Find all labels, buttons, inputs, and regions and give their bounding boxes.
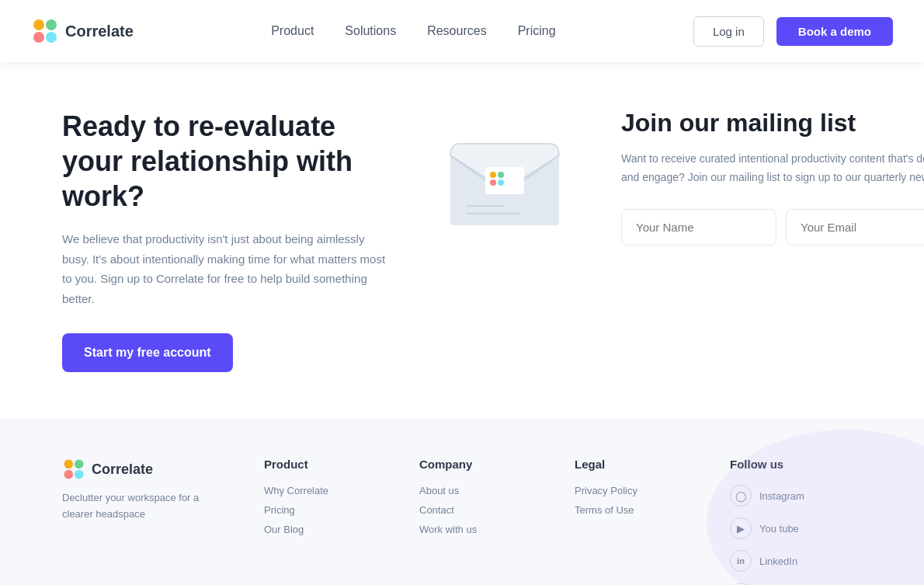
footer-col-company: Company About us Contact Work with us	[419, 458, 528, 585]
nav-item-solutions[interactable]: Solutions	[345, 24, 396, 38]
instagram-icon: ◯	[730, 485, 752, 507]
svg-point-1	[46, 19, 57, 30]
logo-text: Correlate	[65, 23, 134, 40]
svg-point-0	[33, 19, 44, 30]
svg-point-13	[75, 460, 84, 469]
footer-link-our-blog[interactable]: Our Blog	[264, 524, 373, 535]
footer-brand: Correlate Declutter your workspace for a…	[62, 458, 217, 585]
hero-section: Ready to re-evaluate your relationship w…	[62, 109, 388, 372]
footer-logo-icon	[62, 458, 85, 481]
svg-point-14	[64, 470, 74, 479]
demo-button[interactable]: Book a demo	[776, 17, 893, 46]
instagram-label: Instagram	[759, 490, 804, 502]
footer: Correlate Declutter your workspace for a…	[0, 419, 924, 585]
start-free-account-button[interactable]: Start my free account	[62, 333, 233, 372]
youtube-icon: ▶	[730, 517, 752, 539]
envelope-illustration	[419, 109, 590, 372]
svg-point-15	[75, 470, 84, 479]
nav-actions: Log in Book a demo	[693, 16, 893, 47]
svg-point-8	[490, 179, 496, 186]
youtube-label: You tube	[759, 523, 799, 535]
social-instagram[interactable]: ◯ Instagram	[730, 485, 839, 507]
login-button[interactable]: Log in	[693, 16, 764, 47]
social-youtube[interactable]: ▶ You tube	[730, 517, 839, 539]
mailing-title: Join our mailing list	[621, 109, 924, 138]
email-input[interactable]	[786, 209, 924, 245]
nav-item-resources[interactable]: Resources	[427, 24, 486, 38]
footer-company-title: Company	[419, 458, 528, 471]
linkedin-icon: in	[730, 550, 752, 572]
footer-top: Correlate Declutter your workspace for a…	[62, 458, 862, 585]
navbar: Correlate Product Solutions Resources Pr…	[0, 0, 924, 62]
social-links: ◯ Instagram ▶ You tube in LinkedIn f Fac…	[730, 485, 839, 585]
footer-link-privacy-policy[interactable]: Privacy Policy	[575, 485, 683, 496]
linkedin-label: LinkedIn	[759, 555, 797, 567]
footer-col-follow: Follow us ◯ Instagram ▶ You tube in Link…	[730, 458, 839, 585]
svg-point-9	[498, 179, 504, 186]
svg-point-12	[64, 460, 74, 469]
footer-tagline: Declutter your workspace for a clearer h…	[62, 490, 217, 523]
nav-links: Product Solutions Resources Pricing	[271, 24, 555, 38]
logo-icon	[31, 17, 59, 45]
footer-logo: Correlate	[62, 458, 217, 481]
footer-logo-text: Correlate	[92, 461, 153, 478]
footer-col-legal: Legal Privacy Policy Terms of Use	[575, 458, 683, 585]
footer-product-title: Product	[264, 458, 373, 471]
main-content: Ready to re-evaluate your relationship w…	[0, 62, 924, 403]
nav-item-pricing[interactable]: Pricing	[518, 24, 556, 38]
svg-point-2	[33, 32, 44, 43]
social-linkedin[interactable]: in LinkedIn	[730, 550, 839, 572]
footer-col-product: Product Why Correlate Pricing Our Blog	[264, 458, 373, 585]
hero-description: We believe that productivity isn't just …	[62, 229, 388, 308]
hero-title: Ready to re-evaluate your relationship w…	[62, 109, 388, 214]
footer-link-work-with-us[interactable]: Work with us	[419, 524, 528, 535]
mailing-form: Sign me up!	[621, 209, 924, 245]
name-input[interactable]	[621, 209, 776, 245]
footer-link-why-correlate[interactable]: Why Correlate	[264, 485, 373, 496]
footer-follow-title: Follow us	[730, 458, 839, 471]
svg-point-6	[490, 172, 496, 178]
svg-point-3	[46, 32, 57, 43]
footer-link-pricing[interactable]: Pricing	[264, 504, 373, 516]
mailing-section: Join our mailing list Want to receive cu…	[621, 109, 924, 372]
footer-legal-title: Legal	[575, 458, 683, 471]
footer-link-terms-of-use[interactable]: Terms of Use	[575, 504, 683, 516]
footer-link-about[interactable]: About us	[419, 485, 528, 496]
logo[interactable]: Correlate	[31, 17, 134, 45]
svg-point-7	[498, 172, 504, 178]
mailing-description: Want to receive curated intentional prod…	[621, 150, 924, 187]
nav-item-product[interactable]: Product	[271, 24, 314, 38]
envelope-svg	[443, 117, 567, 241]
footer-link-contact[interactable]: Contact	[419, 504, 528, 516]
